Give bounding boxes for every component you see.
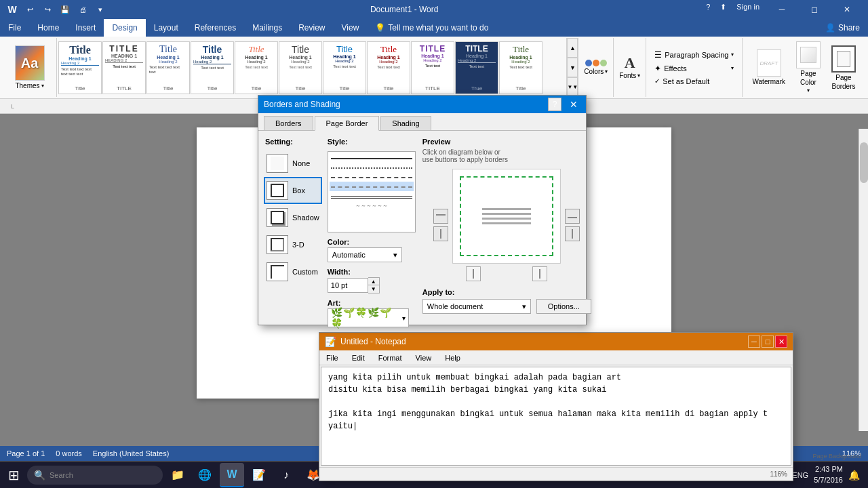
tab-home[interactable]: Home	[29, 19, 67, 37]
notepad-close-btn[interactable]: ✕	[775, 336, 787, 348]
fonts-btn[interactable]: A Fonts ▾	[619, 56, 640, 79]
dialog-tab-borders[interactable]: Borders	[264, 116, 313, 130]
style-thumb-5[interactable]: Title Heading 1 Heading 2 Text text text…	[235, 41, 278, 94]
preview-middle-border-btn[interactable]	[433, 226, 448, 241]
setting-3d[interactable]: 3-D	[265, 232, 321, 257]
dialog-close-btn[interactable]: ✕	[567, 98, 580, 111]
preview-top-right-btn[interactable]	[565, 209, 580, 224]
notepad-menu-view[interactable]: View	[409, 350, 439, 365]
preview-top-border-btn[interactable]	[433, 209, 448, 224]
style-thumb-8[interactable]: Title Heading 1 Heading 2 Text text text…	[367, 41, 410, 94]
fonts-chevron-icon: ▾	[637, 73, 640, 79]
scrollbar-thumb[interactable]	[860, 142, 868, 183]
notepad-menu-help[interactable]: Help	[438, 350, 467, 365]
preview-hint: Click on diagram below oruse buttons to …	[422, 148, 591, 163]
notepad-menu-file[interactable]: File	[319, 350, 345, 365]
style-thumb-2[interactable]: TITLE HEADING 1 HEADING 2 Text text text…	[102, 41, 146, 94]
taskbar-music-icon[interactable]: ♪	[274, 463, 298, 487]
notepad-text-area[interactable]: yang kita pilih untuk membuat bingkai ad…	[321, 367, 791, 466]
styles-area: Title Heading 1 Heading 2 Text text text…	[57, 38, 567, 97]
tab-design[interactable]: Design	[104, 19, 145, 37]
apply-label: Apply to:	[422, 288, 455, 296]
help-icon[interactable]: ?	[701, 0, 715, 14]
themes-btn[interactable]: Aa Themes ▾	[12, 43, 47, 92]
close-btn[interactable]: ✕	[831, 0, 863, 19]
notepad-minimize-btn[interactable]: ─	[748, 336, 760, 348]
taskbar-notepad-icon[interactable]: 📝	[247, 463, 271, 487]
taskbar-word-icon[interactable]: W	[220, 463, 244, 487]
tab-review[interactable]: Review	[290, 19, 333, 37]
ribbon-display-icon[interactable]: ⬆	[716, 0, 730, 14]
color-dropdown[interactable]: Automatic ▾	[328, 247, 402, 262]
preview-left-border-btn[interactable]	[466, 266, 481, 281]
style-thumb-10[interactable]: TITLE Heading 1 Heading 2 Text text True	[455, 41, 498, 94]
tab-tell-me[interactable]: 💡 Tell me what you want to do	[367, 19, 496, 37]
style-thumb-7[interactable]: Title Heading 1 Heading 2 Text text text…	[323, 41, 366, 94]
style-thumb-11[interactable]: Title Heading 1 Heading 2 Text text text…	[499, 41, 542, 94]
width-down-btn[interactable]: ▼	[368, 285, 379, 293]
setting-custom[interactable]: Custom	[265, 260, 321, 284]
taskbar-search[interactable]: 🔍 Search	[27, 466, 163, 485]
art-dropdown[interactable]: 🌿🌱🍀🌿🌱🍀 ▾	[328, 308, 409, 327]
scroll-up-arrow[interactable]: ▲	[567, 38, 578, 58]
preview-right-border-btn[interactable]	[532, 266, 547, 281]
tab-insert[interactable]: Insert	[67, 19, 104, 37]
width-spinner[interactable]: ▲ ▼	[368, 277, 380, 293]
style-thumb-1[interactable]: Title Heading 1 Heading 2 Text text text…	[58, 41, 102, 94]
paragraph-spacing-btn[interactable]: ☰ Paragraph Spacing ▾	[652, 49, 736, 61]
effects-btn[interactable]: ✦ Effects ▾	[652, 62, 736, 75]
scroll-down-arrow[interactable]: ▼	[567, 58, 578, 77]
page-borders-btn[interactable]: Page Borders	[827, 44, 860, 92]
customize-qa-icon[interactable]: ▾	[94, 3, 107, 16]
taskbar-explorer-icon[interactable]: 📁	[165, 463, 190, 487]
style-thumb-6[interactable]: Title Heading 1 Heading 2 Text text text…	[279, 41, 322, 94]
tab-layout[interactable]: Layout	[146, 19, 186, 37]
vertical-scrollbar[interactable]	[859, 129, 868, 431]
preview-bottom-right-btn[interactable]	[565, 226, 580, 241]
share-btn[interactable]: 👤 Share	[817, 19, 868, 37]
style-column: Style: ～～～～～～ Color: Automatic ▾ Width:	[328, 138, 416, 307]
taskbar-start-btn[interactable]: ⊞	[0, 462, 27, 489]
style-thumb-4[interactable]: Title Heading 1 Heading 2 Text text text…	[191, 41, 234, 94]
style-wavy[interactable]: ～～～～～～	[330, 201, 414, 210]
style-dashed[interactable]	[330, 172, 414, 182]
setting-box[interactable]: Box	[265, 178, 321, 203]
width-input[interactable]: 10 pt	[328, 278, 368, 293]
save-icon[interactable]: 💾	[58, 3, 72, 16]
dialog-help-btn[interactable]: ?	[548, 98, 561, 111]
style-thumb-9[interactable]: TITLE Heading 1 Heading 2 Text text TITL…	[411, 41, 454, 94]
sign-in-btn[interactable]: Sign in	[731, 0, 765, 14]
tab-file[interactable]: File	[0, 19, 29, 37]
watermark-btn[interactable]: DRAFT Watermark	[748, 48, 789, 87]
style-solid[interactable]	[330, 153, 414, 163]
tab-mailings[interactable]: Mailings	[244, 19, 290, 37]
taskbar-notification-icon[interactable]: 🔔	[848, 470, 860, 481]
redo-icon[interactable]: ↪	[41, 3, 54, 16]
dialog-tab-shading[interactable]: Shading	[380, 116, 431, 130]
notepad-maximize-btn[interactable]: □	[762, 336, 774, 348]
apply-dropdown[interactable]: Whole document ▾	[422, 299, 531, 314]
page-color-btn[interactable]: Page Page Color Color ▾	[792, 40, 825, 95]
restore-btn[interactable]: ◻	[799, 0, 830, 19]
tab-references[interactable]: References	[186, 19, 244, 37]
scroll-expand-arrow[interactable]: ▼▼	[567, 77, 578, 97]
colors-btn[interactable]: Colors ▾	[584, 60, 608, 75]
options-button[interactable]: Options...	[536, 299, 591, 314]
dialog-tab-page-border[interactable]: Page Border	[315, 116, 380, 131]
style-thumb-3[interactable]: Title Heading 1 Heading 2 Text text text…	[146, 41, 190, 94]
notepad-menu-edit[interactable]: Edit	[345, 350, 372, 365]
set-default-btn[interactable]: ✓ Set as Default	[652, 76, 736, 87]
style-double[interactable]	[330, 191, 414, 201]
width-up-btn[interactable]: ▲	[368, 278, 379, 285]
tab-view[interactable]: View	[334, 19, 368, 37]
print-icon[interactable]: 🖨	[76, 3, 90, 16]
style-listbox[interactable]: ～～～～～～	[328, 151, 416, 232]
style-dotted[interactable]	[330, 163, 414, 172]
notepad-menu-format[interactable]: Format	[372, 350, 409, 365]
minimize-btn[interactable]: ─	[766, 0, 797, 19]
setting-none[interactable]: None	[265, 151, 321, 176]
undo-icon[interactable]: ↩	[23, 3, 37, 16]
setting-shadow[interactable]: Shadow	[265, 205, 321, 230]
style-long-dash[interactable]	[330, 182, 414, 191]
taskbar-browser-icon[interactable]: 🌐	[193, 463, 217, 487]
